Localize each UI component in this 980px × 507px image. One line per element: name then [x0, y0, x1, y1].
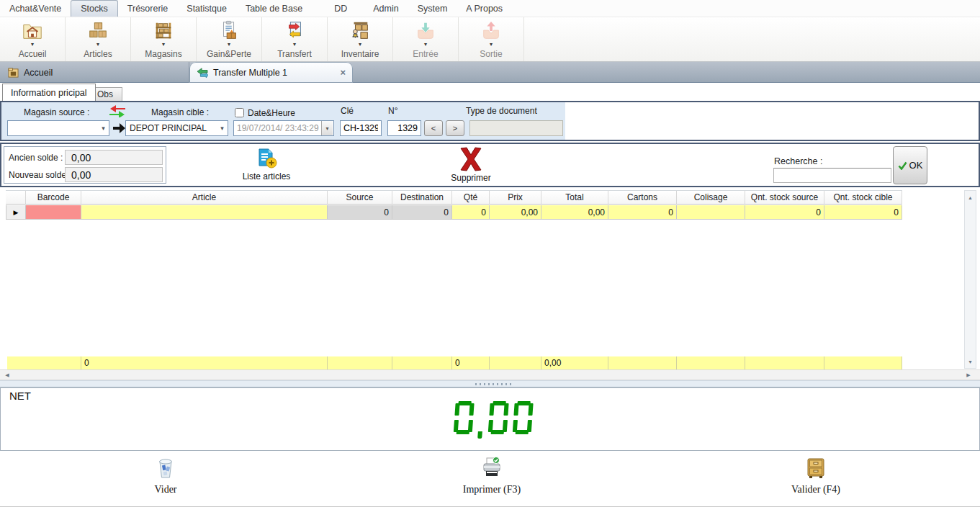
- toolbar-button-gain-perte[interactable]: ▾ Gain&Perte: [197, 17, 262, 61]
- menu-item-admin[interactable]: Admin: [364, 0, 408, 17]
- numero-label: N°: [388, 106, 397, 116]
- cell-destination[interactable]: 0: [392, 205, 452, 220]
- vertical-scrollbar[interactable]: ▲ ▼: [964, 190, 976, 369]
- menu-item-statistque[interactable]: Statistque: [177, 0, 236, 17]
- footer-bar: Vider Imprimer (F3) Valider (F4): [0, 451, 980, 507]
- ribbon-toolbar: ▾ Accueil ▾ Articles ▾ Magasins ▾ Gain&P…: [0, 17, 980, 62]
- column-header-destination[interactable]: Destination: [392, 191, 452, 204]
- date-time-field[interactable]: 19/07/2014/ 23:43:29 ▾: [233, 120, 334, 136]
- summary-total: 0,00: [541, 356, 608, 369]
- numero-field[interactable]: [387, 120, 421, 136]
- table-row: ▶ 0 0 0 0,00 0,00 0 0 0: [6, 205, 902, 220]
- cell-prix[interactable]: 0,00: [490, 205, 541, 220]
- sub-tab-bar: Information pricipal Obs: [0, 83, 980, 101]
- toolbar-button-transfert[interactable]: ▾ Transfert: [262, 17, 328, 61]
- menu-item-system[interactable]: System: [408, 0, 457, 17]
- ancien-solde-label: Ancien solde :: [9, 153, 63, 163]
- magasin-source-select[interactable]: ▾: [7, 120, 109, 136]
- delete-x-icon: [458, 147, 484, 171]
- toolbar-button-magasins[interactable]: ▾ Magasins: [131, 17, 197, 61]
- action-panel: Ancien solde : 0,00 Nouveau solde 0,00 L…: [0, 143, 980, 187]
- summary-destination: [392, 356, 452, 369]
- toolbar-button-entree[interactable]: ▾ Entrée: [393, 17, 459, 61]
- horizontal-scrollbar[interactable]: ◀ ▶: [0, 369, 980, 380]
- summary-barcode: [7, 356, 81, 369]
- trash-icon: [155, 457, 176, 480]
- cle-field[interactable]: [340, 120, 382, 136]
- column-header-colisage[interactable]: Colisage: [677, 191, 745, 204]
- recherche-input[interactable]: [773, 168, 891, 183]
- next-record-button[interactable]: >: [446, 120, 464, 136]
- arrow-right-icon: [112, 122, 125, 134]
- cell-article[interactable]: [81, 205, 328, 220]
- supprimer-button[interactable]: Supprimer: [428, 147, 514, 183]
- date-picker-button[interactable]: ▾: [321, 121, 333, 135]
- swap-arrows-icon: [109, 104, 126, 117]
- printer-icon: [480, 457, 503, 480]
- cell-source[interactable]: 0: [328, 205, 392, 220]
- date-heure-checkbox[interactable]: [235, 108, 244, 117]
- column-header-prix[interactable]: Prix: [490, 191, 541, 204]
- cell-barcode[interactable]: [26, 205, 81, 220]
- toolbar-button-accueil[interactable]: ▾ Accueil: [0, 17, 66, 61]
- nouveau-solde-label: Nouveau solde: [9, 170, 66, 180]
- cell-qte[interactable]: 0: [452, 205, 490, 220]
- toolbar-button-inventaire[interactable]: ▾ Inventaire: [328, 17, 393, 61]
- type-document-field: [469, 120, 563, 136]
- column-header-barcode[interactable]: Barcode: [26, 191, 81, 204]
- valider-button[interactable]: Valider (F4): [769, 457, 863, 495]
- recherche-label: Recherche :: [774, 156, 822, 166]
- column-header-cartons[interactable]: Cartons: [608, 191, 677, 204]
- date-value: 19/07/2014/: [237, 123, 282, 133]
- scroll-right-icon[interactable]: ▶: [963, 370, 974, 380]
- toolbar-button-sortie[interactable]: ▾ Sortie: [459, 17, 524, 61]
- transfer-tab-icon: [197, 68, 208, 78]
- liste-articles-button[interactable]: Liste articles: [223, 147, 310, 181]
- cell-qnt-stock-cible[interactable]: 0: [824, 205, 902, 220]
- cell-total[interactable]: 0,00: [541, 205, 608, 220]
- scroll-down-icon[interactable]: ▼: [965, 356, 976, 367]
- vider-button[interactable]: Vider: [119, 457, 212, 495]
- column-header-qnt-stock-source[interactable]: Qnt. stock source: [745, 191, 824, 204]
- summary-qnt-stock-source: [745, 356, 824, 369]
- document-tab-strip: Accueil Transfer Multiple 1 ×: [0, 62, 980, 83]
- cell-colisage[interactable]: [677, 205, 745, 220]
- menu-item-table-de-base[interactable]: Table de Base: [236, 0, 312, 17]
- column-header-qte[interactable]: Qté: [452, 191, 490, 204]
- tab-accueil[interactable]: Accueil: [0, 62, 189, 83]
- column-header-qnt-stock-cible[interactable]: Qnt. stock cible: [824, 191, 902, 204]
- menu-item-tresorerie[interactable]: Trésorerie: [118, 0, 178, 17]
- chevron-down-icon: ▾: [228, 42, 230, 47]
- toolbar-button-articles[interactable]: ▾ Articles: [66, 17, 131, 61]
- row-selector-icon[interactable]: ▶: [6, 205, 26, 220]
- panel-splitter[interactable]: [0, 380, 980, 387]
- ok-button[interactable]: OK: [893, 146, 927, 184]
- close-icon[interactable]: ×: [340, 68, 346, 77]
- scroll-left-icon[interactable]: ◀: [1, 370, 13, 380]
- summary-source: [328, 356, 392, 369]
- tab-transfer-multiple-1[interactable]: Transfer Multiple 1 ×: [189, 62, 353, 83]
- chevron-down-icon: ▾: [325, 125, 328, 132]
- menu-item-stocks[interactable]: Stocks: [71, 0, 118, 17]
- scroll-up-icon[interactable]: ▲: [965, 192, 976, 203]
- inbox-down-icon: [414, 19, 437, 42]
- imprimer-button[interactable]: Imprimer (F3): [445, 457, 539, 495]
- magasin-cible-select[interactable]: DEPOT PRINCIPAL ▾: [125, 120, 228, 136]
- home-folder-icon: [21, 19, 44, 42]
- solde-box: Ancien solde : 0,00 Nouveau solde 0,00: [4, 146, 166, 184]
- cell-cartons[interactable]: 0: [608, 205, 677, 220]
- menu-item-achat-vente[interactable]: Achat&Vente: [0, 0, 71, 17]
- menu-item-a-propos[interactable]: A Propos: [457, 0, 512, 17]
- column-header-total[interactable]: Total: [541, 191, 608, 204]
- article-list-icon: [255, 147, 278, 170]
- previous-record-button[interactable]: <: [424, 120, 443, 136]
- column-header-source[interactable]: Source: [328, 191, 392, 204]
- chevron-down-icon: ▾: [31, 42, 34, 47]
- outbox-up-icon: [480, 19, 503, 42]
- column-header-article[interactable]: Article: [81, 191, 328, 204]
- cell-qnt-stock-source[interactable]: 0: [745, 205, 824, 220]
- tab-information-principal[interactable]: Information pricipal: [2, 84, 96, 101]
- date-heure-label: Date&Heure: [248, 108, 295, 118]
- boxes-icon: [86, 19, 109, 42]
- menu-item-dd[interactable]: DD: [325, 0, 356, 17]
